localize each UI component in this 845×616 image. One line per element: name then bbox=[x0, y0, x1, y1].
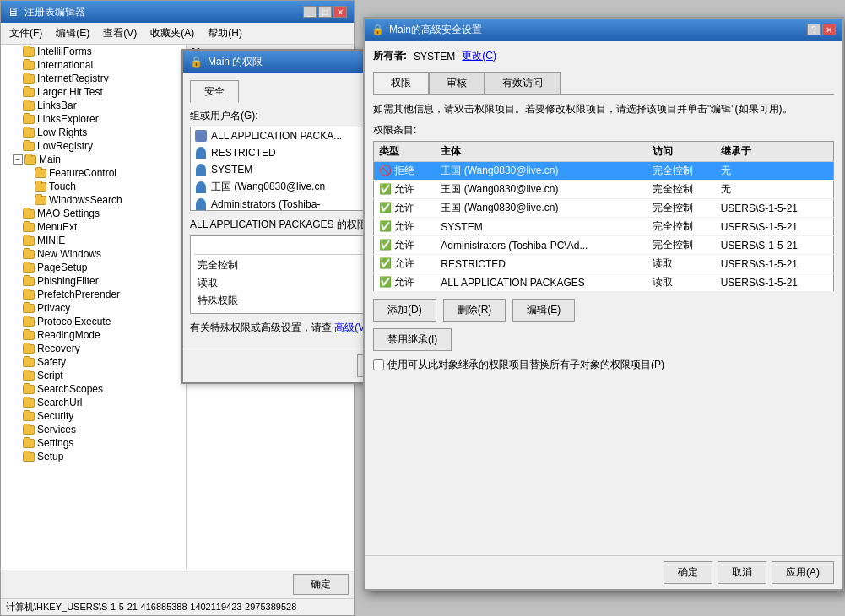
tree-label: SearchUrl bbox=[37, 397, 82, 408]
user-name: Administrators (Toshiba- bbox=[211, 198, 320, 210]
owner-change-link[interactable]: 更改(C) bbox=[462, 49, 496, 63]
adv-close-btn[interactable]: ✕ bbox=[822, 24, 836, 35]
folder-icon bbox=[23, 236, 35, 246]
tree-item-phishingfilter[interactable]: PhishingFilter bbox=[1, 274, 186, 288]
ace-row[interactable]: ✅ 允许 SYSTEM 完全控制 USERS\S-1-5-21 bbox=[374, 218, 834, 236]
ace-row[interactable]: ✅ 允许 Administrators (Toshiba-PC\Ad... 完全… bbox=[374, 236, 834, 255]
tree-item-lowrights[interactable]: Low Rights bbox=[1, 126, 186, 139]
ace-table: 类型 主体 访问 继承于 🚫 拒绝 王国 (Wang0830@live.cn) … bbox=[373, 141, 834, 292]
ace-principal: 王国 (Wang0830@live.cn) bbox=[436, 181, 647, 199]
ace-row[interactable]: ✅ 允许 RESTRICTED 读取 USERS\S-1-5-21 bbox=[374, 255, 834, 273]
tree-item-menuext[interactable]: MenuExt bbox=[1, 220, 186, 234]
replace-checkbox-area[interactable]: 使用可从此对象继承的权限项目替换所有子对象的权限项目(P) bbox=[373, 358, 834, 372]
folder-icon bbox=[23, 304, 35, 313]
tree-label: SearchScopes bbox=[37, 383, 103, 395]
replace-checkbox[interactable] bbox=[373, 359, 384, 370]
tree-item-safety[interactable]: Safety bbox=[1, 355, 186, 369]
regedit-ok-button[interactable]: 确定 bbox=[293, 574, 349, 595]
menu-help[interactable]: 帮助(H) bbox=[203, 24, 247, 42]
menu-view[interactable]: 查看(V) bbox=[98, 24, 142, 42]
ace-row[interactable]: ✅ 允许 王国 (Wang0830@live.cn) 完全控制 USERS\S-… bbox=[374, 199, 834, 218]
tree-item-searchurl[interactable]: SearchUrl bbox=[1, 396, 186, 409]
maximize-button[interactable]: □ bbox=[318, 6, 332, 18]
tree-item-newwindows[interactable]: New Windows bbox=[1, 247, 186, 261]
tree-pane[interactable]: IntelliiForms International InternetRegi… bbox=[1, 45, 187, 570]
tree-item-minie[interactable]: MINIE bbox=[1, 234, 186, 247]
ace-row[interactable]: 🚫 拒绝 王国 (Wang0830@live.cn) 完全控制 无 bbox=[374, 162, 834, 181]
folder-icon bbox=[23, 61, 35, 70]
minimize-button[interactable]: _ bbox=[303, 6, 317, 18]
tree-item-settings[interactable]: Settings bbox=[1, 436, 186, 450]
tree-item-internetregistry[interactable]: InternetRegistry bbox=[1, 72, 186, 85]
tree-item-security[interactable]: Security bbox=[1, 409, 186, 423]
adv-help-btn[interactable]: ? bbox=[807, 24, 821, 35]
folder-icon bbox=[35, 182, 46, 192]
tree-item-intelliforms[interactable]: IntelliiForms bbox=[1, 45, 186, 58]
folder-icon bbox=[23, 250, 35, 259]
tree-item-main[interactable]: − Main bbox=[1, 153, 186, 166]
tree-item-setup[interactable]: Setup bbox=[1, 450, 186, 463]
tree-item-touch[interactable]: Touch bbox=[1, 180, 186, 193]
perms-label: 权限条目: bbox=[373, 123, 834, 138]
tree-item-pagesetup[interactable]: PageSetup bbox=[1, 261, 186, 274]
adv-tab-effective[interactable]: 有效访问 bbox=[485, 72, 561, 94]
tree-item-recovery[interactable]: Recovery bbox=[1, 342, 186, 355]
close-button[interactable]: ✕ bbox=[333, 6, 347, 18]
tree-label: WindowsSearch bbox=[49, 194, 122, 206]
disable-inherit-button[interactable]: 禁用继承(I) bbox=[373, 328, 452, 351]
tree-label: Script bbox=[37, 370, 63, 381]
tree-label: PhishingFilter bbox=[37, 275, 99, 287]
add-button[interactable]: 添加(D) bbox=[373, 299, 436, 322]
tree-item-services[interactable]: Services bbox=[1, 423, 186, 436]
adv-ok-button[interactable]: 确定 bbox=[664, 561, 712, 584]
tree-label: Recovery bbox=[37, 343, 80, 354]
col-inherited-header: 继承于 bbox=[716, 142, 834, 162]
adv-tab-audit[interactable]: 审核 bbox=[429, 72, 485, 94]
folder-icon bbox=[35, 196, 46, 205]
tree-item-lowregistry[interactable]: LowRegistry bbox=[1, 139, 186, 153]
ace-access: 完全控制 bbox=[647, 199, 716, 218]
tree-label: MenuExt bbox=[37, 221, 77, 233]
tree-item-linksbar[interactable]: LinksBar bbox=[1, 99, 186, 112]
user-name: 王国 (Wang0830@live.cn bbox=[211, 180, 325, 194]
tree-label: MINIE bbox=[37, 235, 65, 246]
remove-button[interactable]: 删除(R) bbox=[443, 299, 506, 322]
col-principal-header: 主体 bbox=[436, 142, 647, 162]
tree-item-linksexplorer[interactable]: LinksExplorer bbox=[1, 112, 186, 126]
ace-type: ✅ 允许 bbox=[374, 181, 436, 199]
ace-row[interactable]: ✅ 允许 王国 (Wang0830@live.cn) 完全控制 无 bbox=[374, 181, 834, 199]
tree-item-privacy[interactable]: Privacy bbox=[1, 301, 186, 315]
tree-item-protocolexecute[interactable]: ProtocolExecute bbox=[1, 315, 186, 328]
tree-item-featurecontrol[interactable]: FeatureControl bbox=[1, 166, 186, 180]
adv-tab-permissions[interactable]: 权限 bbox=[373, 72, 429, 94]
ace-principal: ALL APPLICATION PACKAGES bbox=[436, 273, 647, 292]
menu-file[interactable]: 文件(F) bbox=[4, 24, 47, 42]
folder-icon bbox=[23, 385, 35, 394]
tree-item-maosettings[interactable]: MAO Settings bbox=[1, 207, 186, 220]
ace-access: 读取 bbox=[647, 255, 716, 273]
edit-button[interactable]: 编辑(E) bbox=[512, 299, 575, 322]
tree-item-largerhittest[interactable]: Larger Hit Test bbox=[1, 85, 186, 99]
menu-favorites[interactable]: 收藏夹(A) bbox=[145, 24, 199, 42]
tree-label: International bbox=[37, 59, 93, 71]
ace-row[interactable]: ✅ 允许 ALL APPLICATION PACKAGES 读取 USERS\S… bbox=[374, 273, 834, 292]
tree-item-international[interactable]: International bbox=[1, 58, 186, 72]
folder-icon bbox=[23, 371, 35, 381]
adv-cancel-button[interactable]: 取消 bbox=[718, 561, 766, 584]
adv-apply-button[interactable]: 应用(A) bbox=[772, 561, 834, 584]
tree-item-readingmode[interactable]: ReadingMode bbox=[1, 328, 186, 342]
ace-access: 完全控制 bbox=[647, 218, 716, 236]
tree-label: Privacy bbox=[37, 302, 70, 314]
tree-item-script[interactable]: Script bbox=[1, 369, 186, 382]
folder-icon bbox=[23, 115, 35, 124]
folder-icon bbox=[23, 142, 35, 151]
ace-access: 完全控制 bbox=[647, 162, 716, 181]
tree-item-searchscopes[interactable]: SearchScopes bbox=[1, 382, 186, 396]
security-tab[interactable]: 安全 bbox=[190, 80, 239, 103]
menu-edit[interactable]: 编辑(E) bbox=[51, 24, 95, 42]
folder-icon bbox=[23, 344, 35, 354]
expand-icon[interactable]: − bbox=[13, 154, 23, 165]
tree-item-windowssearch[interactable]: WindowsSearch bbox=[1, 193, 186, 207]
tree-item-prefetchprerender[interactable]: PrefetchPrerender bbox=[1, 288, 186, 301]
status-bar: 计算机\HKEY_USERS\S-1-5-21-416885388-140211… bbox=[1, 598, 354, 615]
